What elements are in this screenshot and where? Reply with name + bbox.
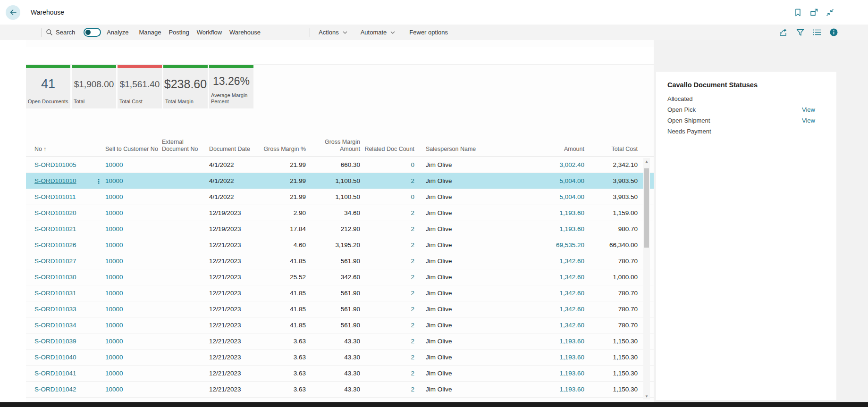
filter-icon[interactable] <box>796 29 804 36</box>
cell-amount[interactable]: 1,342.60 <box>525 322 584 329</box>
tile-total-margin[interactable]: $238.60 Total Margin <box>163 65 208 108</box>
cell-sell-to-customer-no[interactable]: 10000 <box>105 177 162 184</box>
cell-no[interactable]: S-ORD101041 <box>26 370 92 377</box>
scrollbar-track[interactable] <box>643 165 650 393</box>
table-row[interactable]: S-ORD1010211000012/19/202317.84212.902Ji… <box>26 221 654 237</box>
table-row[interactable]: S-ORD1010201000012/19/20232.9034.602Jim … <box>26 205 654 221</box>
open-in-new-window-icon[interactable] <box>810 8 818 17</box>
cell-related-doc-count[interactable]: 2 <box>360 354 414 361</box>
table-row[interactable]: S-ORD101005100004/1/202221.99660.300Jim … <box>26 157 654 173</box>
cell-amount[interactable]: 1,342.60 <box>525 257 584 265</box>
cell-no[interactable]: S-ORD101030 <box>26 274 92 281</box>
cell-no[interactable]: S-ORD101031 <box>26 290 92 297</box>
cell-no[interactable]: S-ORD101033 <box>26 306 92 313</box>
list-view-icon[interactable] <box>813 29 821 36</box>
vertical-scrollbar[interactable]: ▲ ▼ <box>643 158 650 399</box>
cell-no[interactable]: S-ORD101039 <box>26 338 92 345</box>
cell-sell-to-customer-no[interactable]: 10000 <box>105 338 162 345</box>
cell-related-doc-count[interactable]: 0 <box>360 193 414 200</box>
cell-sell-to-customer-no[interactable]: 10000 <box>105 209 162 216</box>
column-header-external-document-no[interactable]: External Document No <box>162 139 209 157</box>
column-header-gross-margin-amount[interactable]: Gross Margin Amount <box>306 139 360 157</box>
cell-sell-to-customer-no[interactable]: 10000 <box>105 370 162 377</box>
column-header-salesperson-name[interactable]: Salesperson Name <box>414 146 525 157</box>
cell-amount[interactable]: 1,342.60 <box>525 274 584 281</box>
tile-open-documents[interactable]: 41 Open Documents <box>26 65 70 108</box>
menu-item-warehouse[interactable]: Warehouse <box>226 29 264 36</box>
cell-related-doc-count[interactable]: 2 <box>360 306 414 313</box>
cell-related-doc-count[interactable]: 2 <box>360 257 414 265</box>
menu-item-posting[interactable]: Posting <box>165 29 193 36</box>
cell-related-doc-count[interactable]: 2 <box>360 241 414 249</box>
table-row[interactable]: S-ORD1010331000012/21/202341.85561.902Ji… <box>26 301 654 317</box>
cell-sell-to-customer-no[interactable]: 10000 <box>105 322 162 329</box>
column-header-sell-to-customer-no[interactable]: Sell to Customer No <box>105 146 162 157</box>
column-header-total-cost[interactable]: Total Cost <box>584 146 643 157</box>
cell-amount[interactable]: 1,193.60 <box>525 386 584 393</box>
cell-sell-to-customer-no[interactable]: 10000 <box>105 274 162 281</box>
scrollbar-thumb[interactable] <box>644 168 649 248</box>
cell-sell-to-customer-no[interactable]: 10000 <box>105 306 162 313</box>
tile-average-margin-percent[interactable]: 13.26% Average Margin Percent <box>209 65 253 108</box>
cell-amount[interactable]: 1,342.60 <box>525 306 584 313</box>
cell-sell-to-customer-no[interactable]: 10000 <box>105 290 162 297</box>
cell-no[interactable]: S-ORD101040 <box>26 354 92 361</box>
column-header-gross-margin-pct[interactable]: Gross Margin % <box>259 146 306 157</box>
tile-total-cost[interactable]: $1,561.40 Total Cost <box>118 65 162 108</box>
info-icon[interactable] <box>830 28 838 36</box>
cell-amount[interactable]: 1,193.60 <box>525 370 584 377</box>
cell-no[interactable]: S-ORD101026 <box>26 241 92 249</box>
cell-related-doc-count[interactable]: 2 <box>360 386 414 393</box>
cell-related-doc-count[interactable]: 0 <box>360 161 414 168</box>
table-row[interactable]: S-ORD1010311000012/21/202341.85561.902Ji… <box>26 285 654 301</box>
cell-amount[interactable]: 69,535.20 <box>525 241 584 249</box>
cell-amount[interactable]: 5,004.00 <box>525 177 584 184</box>
share-icon[interactable] <box>779 28 788 36</box>
cell-related-doc-count[interactable]: 2 <box>360 177 414 184</box>
cell-amount[interactable]: 1,193.60 <box>525 209 584 216</box>
cell-amount[interactable]: 1,193.60 <box>525 225 584 233</box>
cell-no[interactable]: S-ORD101011 <box>26 193 92 200</box>
cell-no[interactable]: S-ORD101042 <box>26 386 92 393</box>
filter-band[interactable] <box>26 47 654 65</box>
column-header-amount[interactable]: Amount <box>525 146 584 157</box>
cell-no[interactable]: S-ORD101034 <box>26 322 92 329</box>
table-row[interactable]: S-ORD1010271000012/21/202341.85561.902Ji… <box>26 253 654 269</box>
table-row[interactable]: S-ORD101011100004/1/202221.991,100.500Ji… <box>26 189 654 205</box>
search-button[interactable]: Search <box>42 29 79 36</box>
view-open-shipment-link[interactable]: View <box>802 117 815 124</box>
cell-sell-to-customer-no[interactable]: 10000 <box>105 241 162 249</box>
cell-no[interactable]: S-ORD101027 <box>26 257 92 265</box>
cell-sell-to-customer-no[interactable]: 10000 <box>105 193 162 200</box>
table-row[interactable]: S-ORD101010⋮100004/1/202221.991,100.502J… <box>26 173 654 189</box>
cell-related-doc-count[interactable]: 2 <box>360 322 414 329</box>
cell-amount[interactable]: 3,002.40 <box>525 161 584 168</box>
cell-amount[interactable]: 5,004.00 <box>525 193 584 200</box>
cell-related-doc-count[interactable]: 2 <box>360 338 414 345</box>
cell-amount[interactable]: 1,193.60 <box>525 354 584 361</box>
cell-related-doc-count[interactable]: 2 <box>360 370 414 377</box>
scroll-down-icon[interactable]: ▼ <box>643 393 650 399</box>
actions-dropdown[interactable]: Actions <box>315 29 351 36</box>
cell-no[interactable]: S-ORD101021 <box>26 225 92 233</box>
analyze-toggle[interactable] <box>84 28 101 37</box>
cell-related-doc-count[interactable]: 2 <box>360 290 414 297</box>
analyze-label[interactable]: Analyze <box>103 29 132 36</box>
cell-sell-to-customer-no[interactable]: 10000 <box>105 225 162 233</box>
table-row[interactable]: S-ORD1010261000012/21/20234.603,195.202J… <box>26 237 654 253</box>
fewer-options-button[interactable]: Fewer options <box>405 29 452 36</box>
table-row[interactable]: S-ORD1010391000012/21/20233.6343.302Jim … <box>26 333 654 349</box>
column-header-related-doc-count[interactable]: Related Doc Count <box>360 146 414 157</box>
cell-no[interactable]: S-ORD101005 <box>26 161 92 168</box>
cell-amount[interactable]: 1,342.60 <box>525 290 584 297</box>
cell-related-doc-count[interactable]: 2 <box>360 225 414 233</box>
menu-item-workflow[interactable]: Workflow <box>193 29 226 36</box>
column-header-document-date[interactable]: Document Date <box>209 146 259 157</box>
back-button[interactable] <box>6 5 20 20</box>
scroll-up-icon[interactable]: ▲ <box>643 158 650 165</box>
bookmark-icon[interactable] <box>794 8 802 17</box>
column-header-no[interactable]: No↑ <box>26 146 92 157</box>
collapse-icon[interactable] <box>826 8 834 17</box>
menu-item-manage[interactable]: Manage <box>135 29 165 36</box>
table-row[interactable]: S-ORD1010411000012/21/20233.6343.302Jim … <box>26 365 654 382</box>
